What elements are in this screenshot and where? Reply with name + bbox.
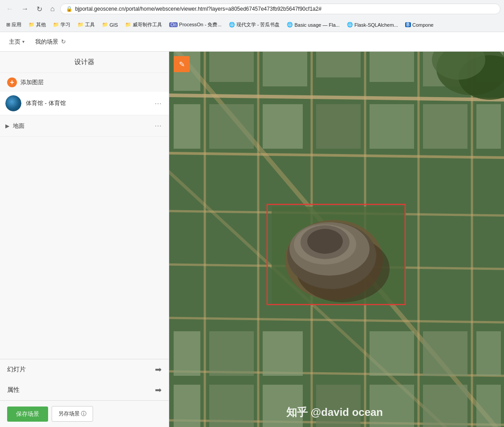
edit-pencil-icon: ✎ bbox=[179, 60, 185, 69]
nav-bar: ← → ↻ ⌂ 🔒 bjportal.geoscene.cn/portal/ho… bbox=[0, 0, 504, 18]
processon-icon: On bbox=[169, 22, 178, 27]
forward-button[interactable]: → bbox=[19, 3, 31, 15]
add-layer-label: 添加图层 bbox=[20, 78, 44, 86]
bookmark-weige[interactable]: 📁 威哥制作工具 bbox=[122, 20, 165, 29]
flask-basic-icon: 🌐 bbox=[287, 22, 293, 28]
slideshow-section[interactable]: 幻灯片 ➡ bbox=[0, 359, 169, 380]
bookmark-gis[interactable]: 📁 GIS bbox=[99, 20, 121, 29]
slideshow-arrow-icon: ➡ bbox=[155, 365, 162, 374]
bookmark-other[interactable]: 📁 其他 bbox=[26, 20, 49, 29]
svg-rect-48 bbox=[174, 385, 200, 427]
bookmark-study-label: 学习 bbox=[61, 21, 70, 28]
bookmark-tools-label: 工具 bbox=[85, 21, 95, 28]
svg-rect-44 bbox=[263, 331, 303, 376]
folder-icon-5: 📁 bbox=[125, 22, 131, 28]
svg-rect-54 bbox=[476, 385, 501, 427]
bookmark-processon-label: ProcessOn - 免费... bbox=[179, 21, 221, 28]
bookmark-flask-sql-label: Flask-SQLAlchem... bbox=[354, 22, 398, 28]
svg-rect-53 bbox=[423, 385, 467, 427]
bookmark-flask-sql[interactable]: 🌐 Flask-SQLAlchem... bbox=[344, 20, 401, 29]
edit-button[interactable]: ✎ bbox=[174, 56, 190, 72]
bookmark-apps-label: 应用 bbox=[12, 21, 21, 28]
save-button[interactable]: 保存场景 bbox=[7, 407, 48, 422]
map-view: 知乎 @david ocean bbox=[169, 52, 504, 427]
home-nav-item[interactable]: 主页 ▾ bbox=[5, 35, 28, 49]
scene-nav-item[interactable]: 我的场景 ↻ bbox=[32, 35, 69, 49]
svg-rect-42 bbox=[174, 331, 200, 376]
sidebar-bottom: 幻灯片 ➡ 属性 ➡ 保存场景 另存场景 ⓘ bbox=[0, 359, 169, 427]
save-as-button[interactable]: 另存场景 ⓘ bbox=[52, 406, 93, 422]
bookmark-processon[interactable]: On ProcessOn - 免费... bbox=[167, 20, 224, 29]
svg-rect-21 bbox=[370, 52, 414, 82]
properties-label: 属性 bbox=[7, 386, 155, 394]
svg-rect-49 bbox=[209, 385, 254, 427]
layer-name: 体育馆 - 体育馆 bbox=[26, 99, 153, 107]
bookmark-other-label: 其他 bbox=[36, 21, 46, 28]
svg-rect-24 bbox=[174, 104, 200, 149]
slideshow-label: 幻灯片 bbox=[7, 366, 155, 374]
svg-text:知乎 @david ocean: 知乎 @david ocean bbox=[286, 406, 383, 418]
sidebar: 设计器 + 添加图层 体育馆 - 体育馆 ⋯ ▶ 地面 ⋯ 幻灯片 bbox=[0, 52, 169, 427]
browser-chrome: ← → ↻ ⌂ 🔒 bjportal.geoscene.cn/portal/ho… bbox=[0, 0, 504, 32]
ground-layer-item[interactable]: ▶ 地面 ⋯ bbox=[0, 115, 169, 137]
add-layer-button[interactable]: + 添加图层 bbox=[0, 73, 169, 92]
bookmark-literature-label: 现代文学 - 苦瓜书盘 bbox=[236, 21, 280, 28]
folder-icon-2: 📁 bbox=[53, 22, 59, 28]
bookmarks-bar: ⊞ 应用 📁 其他 📁 学习 📁 工具 📁 GIS 📁 威哥制作工具 On Pr… bbox=[0, 18, 504, 32]
layer-thumb-image bbox=[5, 95, 21, 111]
component-icon: B bbox=[405, 22, 411, 27]
bookmark-literature[interactable]: 🌐 现代文学 - 苦瓜书盘 bbox=[226, 20, 283, 29]
properties-section[interactable]: 属性 ➡ bbox=[0, 380, 169, 400]
address-bar[interactable]: 🔒 bjportal.geoscene.cn/portal/home/websc… bbox=[60, 4, 500, 14]
folder-icon-1: 📁 bbox=[28, 22, 35, 28]
app-topnav: 主页 ▾ 我的场景 ↻ bbox=[0, 32, 504, 52]
layer-item-stadium[interactable]: 体育馆 - 体育馆 ⋯ bbox=[0, 92, 169, 115]
lock-icon: 🔒 bbox=[66, 6, 73, 12]
map-area[interactable]: ✎ bbox=[169, 52, 504, 427]
bookmark-tools[interactable]: 📁 工具 bbox=[75, 20, 98, 29]
add-icon: + bbox=[7, 77, 17, 87]
svg-rect-26 bbox=[263, 104, 303, 149]
layer-thumbnail bbox=[5, 95, 21, 111]
svg-rect-19 bbox=[263, 52, 307, 86]
reload-button[interactable]: ↻ bbox=[34, 3, 45, 15]
svg-rect-18 bbox=[209, 52, 254, 82]
back-button[interactable]: ← bbox=[4, 3, 16, 15]
bookmark-apps[interactable]: ⊞ 应用 bbox=[4, 20, 24, 29]
svg-rect-43 bbox=[209, 331, 254, 376]
svg-rect-45 bbox=[370, 331, 414, 376]
layer-more-icon[interactable]: ⋯ bbox=[153, 98, 163, 110]
url-text: bjportal.geoscene.cn/portal/home/webscen… bbox=[75, 6, 321, 12]
svg-rect-25 bbox=[209, 104, 254, 149]
main-content: 设计器 + 添加图层 体育馆 - 体育馆 ⋯ ▶ 地面 ⋯ 幻灯片 bbox=[0, 52, 504, 427]
sidebar-title: 设计器 bbox=[0, 52, 169, 73]
svg-rect-30 bbox=[476, 104, 501, 149]
folder-icon-3: 📁 bbox=[77, 22, 84, 28]
bookmark-flask-basic-label: Basic usage — Fla... bbox=[294, 22, 340, 28]
home-chevron-icon: ▾ bbox=[22, 39, 24, 44]
svg-rect-47 bbox=[476, 331, 501, 376]
bookmark-component[interactable]: B Compone bbox=[402, 21, 436, 29]
scene-refresh-icon[interactable]: ↻ bbox=[61, 38, 66, 45]
bookmark-weige-label: 威哥制作工具 bbox=[133, 21, 162, 28]
bookmark-component-label: Compone bbox=[412, 22, 434, 28]
folder-icon-4: 📁 bbox=[102, 22, 108, 28]
bookmark-gis-label: GIS bbox=[110, 22, 118, 28]
svg-rect-28 bbox=[370, 104, 414, 149]
home-label: 主页 bbox=[9, 38, 20, 46]
svg-point-41 bbox=[307, 229, 343, 254]
sidebar-spacer bbox=[0, 137, 169, 359]
apps-icon: ⊞ bbox=[6, 22, 10, 28]
ground-more-icon[interactable]: ⋯ bbox=[153, 120, 163, 132]
bookmark-study[interactable]: 📁 学习 bbox=[50, 20, 73, 29]
svg-rect-46 bbox=[423, 331, 467, 376]
ground-label: 地面 bbox=[13, 122, 153, 130]
svg-rect-20 bbox=[316, 52, 361, 77]
properties-arrow-icon: ➡ bbox=[155, 385, 162, 395]
home-button[interactable]: ⌂ bbox=[48, 3, 57, 15]
scene-label: 我的场景 bbox=[35, 38, 58, 46]
app-container: 主页 ▾ 我的场景 ↻ 设计器 + 添加图层 体育馆 - 体育馆 ⋯ bbox=[0, 32, 504, 427]
save-area: 保存场景 另存场景 ⓘ bbox=[0, 400, 169, 427]
svg-rect-29 bbox=[423, 104, 467, 149]
bookmark-flask-basic[interactable]: 🌐 Basic usage — Fla... bbox=[284, 20, 342, 29]
